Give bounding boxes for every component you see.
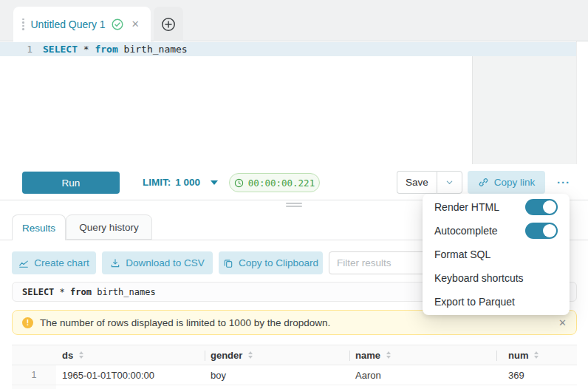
- sql-code-line[interactable]: SELECT * from birth_names: [43, 42, 188, 56]
- cell-ds: 1965-01-01T00:00:00: [56, 365, 205, 385]
- column-header-name[interactable]: name: [349, 345, 496, 365]
- sort-icon[interactable]: [534, 351, 539, 359]
- create-chart-button[interactable]: Create chart: [12, 251, 96, 274]
- save-button[interactable]: Save: [397, 171, 437, 194]
- menu-item-export-parquet[interactable]: Export to Parquet: [423, 290, 570, 314]
- download-icon: [110, 258, 120, 268]
- tab-query-history[interactable]: Query history: [66, 214, 152, 240]
- tab-results[interactable]: Results: [12, 214, 66, 240]
- table-row-partial: [12, 385, 577, 389]
- limit-value: 1 000: [175, 177, 200, 188]
- chart-icon: [18, 258, 29, 268]
- row-number-cell: 1: [12, 365, 56, 385]
- close-tab-icon[interactable]: ✕: [131, 18, 140, 30]
- copy-link-button[interactable]: Copy link: [468, 171, 545, 194]
- query-success-icon: [112, 18, 123, 30]
- menu-item-autocomplete[interactable]: Autocomplete: [423, 219, 570, 243]
- column-header-ds[interactable]: ds: [56, 345, 205, 365]
- add-tab-button[interactable]: [154, 7, 183, 41]
- alert-message: The number of rows displayed is limited …: [40, 317, 330, 328]
- column-header-num[interactable]: num: [496, 345, 577, 365]
- results-table: ds gender name num 1 1965-01-01T00:00:00…: [12, 345, 577, 389]
- sql-lab-screen: Untitled Query 1 ✕ 1 SELECT * from birth…: [0, 0, 588, 389]
- elapsed-time: 00:00:00.221: [248, 177, 315, 189]
- plus-circle-icon: [161, 17, 176, 32]
- render-html-toggle[interactable]: [525, 199, 558, 215]
- menu-item-format-sql[interactable]: Format SQL: [423, 243, 570, 266]
- drag-handle-icon[interactable]: [22, 18, 24, 30]
- pane-resize-handle[interactable]: [286, 203, 302, 207]
- warning-icon: !: [22, 317, 33, 328]
- table-row[interactable]: 1 1965-01-01T00:00:00 boy Aaron 369: [12, 365, 577, 385]
- alert-close-icon[interactable]: ✕: [558, 317, 567, 328]
- editor-tabbar: Untitled Query 1 ✕: [0, 0, 588, 41]
- menu-item-keyboard-shortcuts[interactable]: Keyboard shortcuts: [423, 266, 570, 290]
- limit-dropdown[interactable]: LIMIT: 1 000: [143, 177, 218, 188]
- copy-clipboard-button[interactable]: Copy to Clipboard: [219, 251, 323, 274]
- clock-icon: [234, 178, 244, 188]
- autocomplete-toggle[interactable]: [525, 223, 558, 239]
- run-button[interactable]: Run: [22, 172, 120, 194]
- sort-icon[interactable]: [386, 351, 391, 359]
- download-csv-button[interactable]: Download to CSV: [102, 251, 213, 274]
- link-icon: [478, 177, 489, 188]
- query-tab-title: Untitled Query 1: [31, 18, 106, 30]
- menu-item-render-html[interactable]: Render HTML: [423, 195, 570, 219]
- line-number: 1: [0, 42, 33, 56]
- options-dropdown-menu: Render HTML Autocomplete Format SQL Keyb…: [423, 194, 570, 315]
- query-timer-badge: 00:00:00.221: [229, 173, 320, 192]
- cell-gender: boy: [205, 365, 349, 385]
- table-header-row: ds gender name num: [12, 345, 577, 365]
- limit-label: LIMIT:: [143, 177, 171, 188]
- cell-name: Aaron: [349, 365, 496, 385]
- sort-icon[interactable]: [248, 351, 253, 359]
- row-number-header: [12, 345, 56, 365]
- sql-editor[interactable]: 1 SELECT * from birth_names: [0, 41, 577, 164]
- more-options-button[interactable]: ···: [551, 173, 576, 191]
- cell-num: 369: [496, 365, 577, 385]
- chevron-down-icon: [445, 178, 454, 186]
- editor-margin-area: [472, 56, 576, 164]
- save-dropdown-button[interactable]: [437, 171, 462, 194]
- sort-icon[interactable]: [79, 351, 83, 359]
- copy-icon: [223, 258, 233, 268]
- column-header-gender[interactable]: gender: [205, 345, 349, 365]
- query-tab[interactable]: Untitled Query 1 ✕: [13, 7, 151, 41]
- caret-down-icon: [211, 180, 218, 185]
- save-split-button: Save: [397, 171, 462, 194]
